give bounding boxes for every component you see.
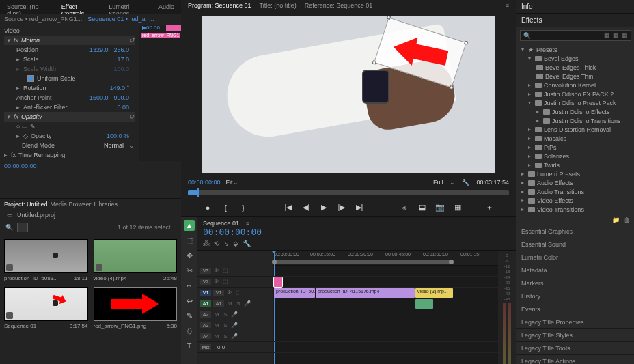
type-tool[interactable]: T bbox=[184, 340, 195, 351]
tab-program[interactable]: Program: Sequence 01 bbox=[188, 2, 251, 10]
fx-badge-icon[interactable]: ▦ bbox=[613, 32, 619, 39]
resize-handle[interactable] bbox=[387, 16, 391, 20]
clip-red-arrow[interactable] bbox=[274, 277, 282, 287]
new-bin-icon[interactable]: 📁 bbox=[612, 216, 620, 223]
effects-panel-header[interactable]: Effects bbox=[516, 14, 634, 27]
clip[interactable]: production_ID_4115176.mp4 bbox=[316, 288, 415, 298]
timeline-tracks[interactable]: 00:00:00:00 00:00:15:00 00:00:30:00 00:0… bbox=[273, 251, 498, 364]
wrench-icon[interactable]: 🔧 bbox=[243, 240, 251, 247]
panel-legacy-title-tools[interactable]: Legacy Title Tools bbox=[516, 341, 634, 354]
tab-effect-controls[interactable]: Effect Controls bbox=[57, 1, 103, 12]
folder-lens-distortion[interactable]: Lens Distortion Removal bbox=[544, 126, 611, 133]
folder-video-transitions[interactable]: Video Transitions bbox=[537, 206, 584, 213]
go-to-out-button[interactable]: ▶| bbox=[354, 203, 365, 212]
search-icon[interactable]: 🔍 bbox=[5, 224, 13, 231]
keyframe-toggle-icon[interactable]: ◇ bbox=[23, 132, 28, 139]
reset-icon[interactable]: ↺ bbox=[129, 37, 135, 44]
zoom-scrollbar[interactable] bbox=[274, 260, 452, 264]
folder-video-effects[interactable]: Video Effects bbox=[537, 197, 573, 204]
ripple-edit-tool[interactable]: ✥ bbox=[184, 250, 195, 261]
ec-motion[interactable]: Motion bbox=[21, 37, 129, 44]
hand-tool[interactable]: ⬯ bbox=[184, 325, 195, 336]
preset-item[interactable]: Bevel Edges Thick bbox=[545, 64, 596, 71]
folder-twirls[interactable]: Twirls bbox=[544, 162, 560, 169]
ec-sequence-link[interactable]: Sequence 01 • red_arr... bbox=[87, 16, 154, 23]
folder-pips[interactable]: PiPs bbox=[544, 144, 557, 151]
panel-legacy-title-actions[interactable]: Legacy Title Actions bbox=[516, 354, 634, 364]
ec-blend-val[interactable]: Normal bbox=[104, 142, 124, 149]
folder-justin-transitions[interactable]: Justin Odisho Transitions bbox=[552, 117, 621, 124]
step-forward-button[interactable]: |▶ bbox=[336, 203, 347, 212]
track-select-tool[interactable]: ⬚ bbox=[184, 235, 195, 246]
export-frame-button[interactable]: 📷 bbox=[435, 203, 445, 212]
filter-bin-icon[interactable] bbox=[17, 223, 28, 232]
folder-justin-pack[interactable]: Justin Odisho Preset Pack bbox=[544, 100, 616, 107]
track-v1[interactable]: V1 bbox=[213, 290, 224, 296]
folder-mosaics[interactable]: Mosaics bbox=[544, 135, 566, 142]
ec-scale-val[interactable]: 17.0 bbox=[117, 56, 129, 63]
tab-source[interactable]: Source: (no clips) bbox=[3, 1, 56, 12]
tab-project[interactable]: Project: Untitled bbox=[4, 201, 48, 208]
bin-item[interactable]: Sequence 013:17:54 bbox=[4, 287, 88, 329]
panel-history[interactable]: History bbox=[516, 290, 634, 303]
settings-icon[interactable]: 🔧 bbox=[462, 179, 469, 186]
ec-anchor-y[interactable]: 900.0 bbox=[113, 94, 129, 101]
bin-item-selected[interactable]: red_arrow_PNG1.png5:00 bbox=[94, 287, 178, 329]
panel-lumetri-color[interactable]: Lumetri Color bbox=[516, 251, 634, 264]
sequence-tab[interactable]: Sequence 01 bbox=[203, 220, 239, 227]
ec-position-x[interactable]: 1329.0 bbox=[89, 46, 109, 53]
slip-tool[interactable]: ↔ bbox=[184, 280, 195, 291]
fx-badge-icon[interactable]: ▦ bbox=[604, 32, 610, 39]
settings-icon[interactable]: ⬙ bbox=[233, 240, 238, 247]
panel-menu-icon[interactable]: ≡ bbox=[506, 2, 509, 10]
clip[interactable]: production_ID_50... bbox=[274, 288, 315, 298]
chevron-down-icon[interactable]: ⌄ bbox=[129, 142, 135, 149]
timeline-ruler[interactable]: 00:00:00:00 00:00:15:00 00:00:30:00 00:0… bbox=[273, 251, 498, 266]
folder-audio-effects[interactable]: Audio Effects bbox=[537, 180, 573, 186]
snap-icon[interactable]: ⁂ bbox=[203, 240, 210, 247]
extract-button[interactable]: ⬓ bbox=[417, 203, 428, 212]
selection-tool[interactable]: ▲ bbox=[184, 220, 195, 231]
comparison-view-button[interactable]: ▦ bbox=[452, 203, 463, 212]
source-patch-a1[interactable]: A1 bbox=[200, 300, 211, 307]
presets-folder[interactable]: Presets bbox=[536, 46, 557, 53]
uniform-scale-checkbox[interactable] bbox=[27, 75, 34, 82]
track-a1[interactable]: A1 bbox=[213, 300, 224, 307]
lock-icon[interactable]: ⬚ bbox=[222, 268, 229, 274]
bin-item[interactable]: production_ID_5083...18:11 bbox=[4, 239, 88, 281]
ec-antiflicker-val[interactable]: 0.00 bbox=[117, 104, 129, 111]
toggle-track-output-icon[interactable]: 👁 bbox=[213, 279, 220, 285]
bin-item[interactable]: video (4).mp426:48 bbox=[94, 239, 178, 281]
mic-icon[interactable]: 🎤 bbox=[231, 322, 238, 328]
video-frame[interactable] bbox=[202, 16, 495, 173]
delete-icon[interactable]: 🗑 bbox=[624, 216, 630, 223]
mic-icon[interactable]: 🎤 bbox=[244, 300, 251, 307]
source-patch-v1[interactable]: V1 bbox=[200, 290, 211, 296]
zoom-fit-dropdown[interactable]: Fit bbox=[226, 179, 233, 186]
tab-libraries[interactable]: Libraries bbox=[94, 201, 118, 208]
ec-opacity-val[interactable]: 100.0 % bbox=[107, 132, 129, 139]
linked-selection-icon[interactable]: ⟲ bbox=[214, 240, 219, 247]
mask-pen-icon[interactable]: ✎ bbox=[30, 123, 36, 130]
program-scrubber[interactable] bbox=[188, 190, 509, 195]
tab-lumetri-scopes[interactable]: Lumetri Scopes bbox=[105, 1, 153, 12]
ec-rotation-val[interactable]: 149.0 ° bbox=[109, 85, 129, 92]
mark-in-button[interactable]: { bbox=[220, 204, 231, 212]
info-panel-header[interactable]: Info bbox=[516, 0, 634, 14]
preset-item[interactable]: Bevel Edges Thin bbox=[545, 73, 593, 80]
razor-tool[interactable]: ✂ bbox=[184, 265, 195, 276]
playback-quality[interactable]: Full bbox=[433, 179, 443, 186]
folder-audio-transitions[interactable]: Audio Transitions bbox=[537, 188, 584, 195]
panel-legacy-title-styles[interactable]: Legacy Title Styles bbox=[516, 328, 634, 341]
tab-reference[interactable]: Reference: Sequence 01 bbox=[305, 2, 373, 10]
panel-legacy-title-properties[interactable]: Legacy Title Properties bbox=[516, 316, 634, 328]
lock-icon[interactable]: ⬚ bbox=[235, 290, 242, 296]
ec-opacity-section[interactable]: Opacity bbox=[21, 113, 129, 120]
folder-justin-fx2[interactable]: Justin Odisho FX PACK 2 bbox=[544, 91, 614, 98]
panel-events[interactable]: Events bbox=[516, 303, 634, 316]
toggle-track-output-icon[interactable]: 👁 bbox=[213, 268, 220, 274]
folder-lumetri-presets[interactable]: Lumetri Presets bbox=[537, 171, 580, 178]
panel-essential-sound[interactable]: Essential Sound bbox=[516, 238, 634, 251]
panel-metadata[interactable]: Metadata bbox=[516, 264, 634, 277]
track-mix[interactable]: Mix bbox=[200, 344, 211, 350]
